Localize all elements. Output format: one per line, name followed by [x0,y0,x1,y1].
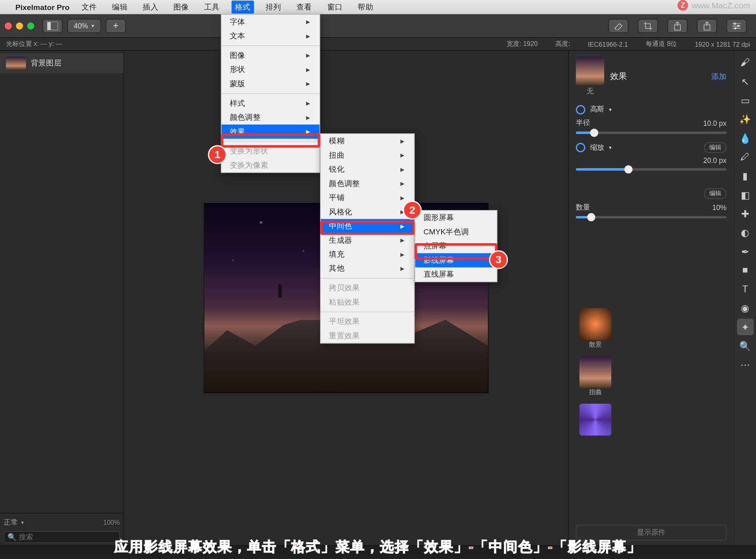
watermark-text: www.MacZ.com [692,0,750,10]
image-width: 宽度: 1920 [507,40,538,48]
submenu-coloradj[interactable]: 颜色调整 [321,176,414,190]
menu-item-shape[interactable]: 形状 [221,63,319,77]
submenu-blur[interactable]: 模糊 [321,134,414,148]
effects-submenu: 模糊 扭曲 锐化 颜色调整 平铺 风格化 中间色 生成器 填充 其他 拷贝效果 … [320,133,414,343]
menu-item-style[interactable]: 样式 [221,96,319,110]
color-tool-icon[interactable]: ◉ [737,300,753,316]
submenu-copy-fx: 拷贝效果 [321,281,414,295]
share-button[interactable] [697,19,717,33]
menu-window[interactable]: 窗口 [324,0,346,14]
preset-kaleido[interactable] [579,404,611,436]
text-tool-icon[interactable]: T [737,281,753,297]
submenu-other[interactable]: 其他 [321,262,414,276]
menu-item-image[interactable]: 图像 [221,48,319,62]
svg-point-4 [734,22,736,24]
preset-bokeh[interactable]: 散景 [579,308,611,349]
amount-label: 数量 [576,202,590,212]
menu-item-coloradj[interactable]: 颜色调整 [221,110,319,124]
sidebar-toggle-button[interactable] [42,19,62,33]
brush-tool-icon[interactable]: 🖌 [737,54,753,71]
size-slider[interactable] [576,168,726,170]
menu-tools[interactable]: 工具 [201,0,223,14]
submenu-paste-fx: 粘贴效果 [321,295,414,309]
halftone-dot[interactable]: 点屏幕 [415,239,504,253]
menu-item-font[interactable]: 字体 [221,15,319,29]
menu-insert[interactable]: 插入 [139,0,161,14]
menu-file[interactable]: 文件 [78,0,100,14]
radius-label: 半径 [576,118,590,128]
radius-slider[interactable] [576,132,726,134]
add-button[interactable]: + [106,19,126,33]
submenu-halftone[interactable]: 中间色 [321,219,414,233]
svg-point-5 [737,24,740,27]
amount-value: 10% [712,203,727,212]
shape-tool-icon[interactable]: ■ [737,262,753,278]
fill-tool-icon[interactable]: ▮ [737,168,753,184]
tutorial-caption: 应用影线屏幕效果，单击「格式」菜单，选择「效果」-「中间色」-「影线屏幕」 [0,537,756,556]
menu-format[interactable]: 格式 [231,0,254,14]
erase-tool-button[interactable] [608,19,628,33]
heal-tool-icon[interactable]: ✚ [737,205,753,222]
menu-item-to-shape: 变换为形状 [221,144,319,158]
zoom-dropdown[interactable]: 40% ▾ [68,19,101,33]
halftone-cmyk[interactable]: CMYK半色调 [415,225,504,239]
edit-button[interactable]: 编辑 [704,142,726,153]
effect-gauss-label[interactable]: 高斯 [590,105,604,115]
blend-mode[interactable]: 正常 [4,517,18,527]
preset-distort[interactable]: 扭曲 [579,356,611,396]
edit-button[interactable]: 编辑 [704,188,726,199]
menu-item-effects[interactable]: 效果 [221,125,319,139]
menu-item-mask[interactable]: 蒙版 [221,77,319,91]
more-tool-icon[interactable]: ⋯ [737,357,753,373]
annotation-badge-3: 3 [489,250,508,269]
layer-row[interactable]: 背景图层 [0,53,123,73]
close-window-button[interactable] [5,22,12,29]
window-controls [5,22,34,29]
zoom-window-button[interactable] [27,22,34,29]
smudge-tool-icon[interactable]: ◐ [737,224,753,241]
magic-tool-icon[interactable]: ✨ [737,111,753,127]
mac-menubar: Pixelmator Pro 文件 编辑 插入 图像 工具 格式 排列 查看 窗… [0,0,756,14]
add-effect-button[interactable]: 添加 [711,71,726,82]
menu-arrange[interactable]: 排列 [262,0,284,14]
menu-item-text[interactable]: 文本 [221,29,319,43]
submenu-distort[interactable]: 扭曲 [321,148,414,162]
halftone-circle[interactable]: 圆形屏幕 [415,211,504,225]
submenu-fill[interactable]: 填充 [321,247,414,261]
effect-toggle-ring[interactable] [576,105,585,114]
effects-panel: 无 效果 添加 高斯 ▾ 半径 10.0 px 缩放 ▾ 编辑 20.0 px … [568,51,734,545]
submenu-sharpen[interactable]: 锐化 [321,162,414,176]
effect-none-label: 无 [576,86,604,96]
crop-tool-button[interactable] [638,19,658,33]
app-name: Pixelmator Pro [15,3,70,12]
export-button[interactable] [667,19,687,33]
marquee-tool-icon[interactable]: ▭ [737,92,753,109]
cursor-pos: 光标位置 x: --- y: --- [6,40,62,48]
submenu-generator[interactable]: 生成器 [321,233,414,247]
layers-sidebar: 背景图层 正常 ▾ 100% 🔍 [0,51,124,545]
zoom-tool-icon[interactable]: 🔍 [737,337,753,354]
layer-name: 背景图层 [31,58,62,69]
effects-tool-icon[interactable]: ✦ [737,319,753,335]
effect-toggle-ring[interactable] [576,143,585,153]
amount-slider[interactable] [576,216,726,218]
menu-view[interactable]: 查看 [293,0,315,14]
menu-help[interactable]: 帮助 [354,0,377,14]
menu-edit[interactable]: 编辑 [109,0,131,14]
submenu-stylize[interactable]: 风格化 [321,205,414,219]
submenu-tile[interactable]: 平铺 [321,190,414,204]
minimize-window-button[interactable] [16,22,23,29]
settings-icon-button[interactable] [726,19,746,33]
layer-opacity[interactable]: 100% [103,519,120,526]
cursor-tool-icon[interactable]: ↖ [737,73,753,89]
effect-preview-thumb [576,57,604,85]
eraser-tool-icon[interactable]: ◧ [737,186,753,203]
eyedropper-tool-icon[interactable]: 💧 [737,130,753,146]
format-dropdown: 字体 文本 图像 形状 蒙版 样式 颜色调整 效果 变换为形状 变换为像素 [221,14,320,173]
pen-tool-icon[interactable]: ✒ [737,243,753,260]
halftone-straight[interactable]: 直线屏幕 [415,268,504,281]
chevron-down-icon: ▾ [92,23,94,29]
menu-image[interactable]: 图像 [170,0,192,14]
paintbrush-tool-icon[interactable]: 🖊 [737,149,753,165]
effect-zoom-label[interactable]: 缩放 [590,143,604,153]
